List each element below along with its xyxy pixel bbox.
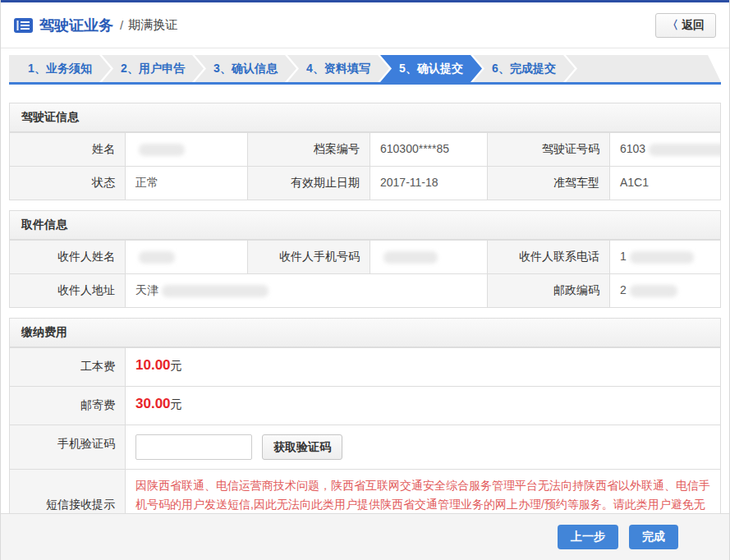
page-subtitle: 期满换证 [128,17,177,33]
label-name: 姓名 [10,133,125,166]
value-name [125,133,248,166]
value-recipient-phone: 1 [609,241,720,273]
step-tab-4[interactable]: 4、资料填写 [287,55,389,82]
table-row: 状态 正常 有效期止日期 2017-11-18 准驾车型 A1C1 [10,166,720,200]
value-license-number: 6103 [609,133,720,166]
value-status: 正常 [125,167,248,200]
redacted-value [162,285,269,297]
value-recipient-address: 天津 [125,274,488,307]
fee-unit: 元 [171,397,182,411]
table-row: 收件人地址 天津 邮政编码 2 [10,273,720,307]
get-code-button[interactable]: 获取验证码 [262,434,342,460]
back-button-label: 返回 [682,18,705,31]
section-title-fees: 缴纳费用 [10,319,720,347]
redacted-value [649,144,720,156]
step-tab-1[interactable]: 1、业务须知 [9,55,111,82]
redacted-value [630,251,694,264]
value-file-number: 610300****85 [370,133,488,166]
table-row: 手机验证码 获取验证码 [10,425,720,469]
table-row: 工本费 10.00元 [10,347,720,386]
finish-button[interactable]: 完成 [629,525,678,549]
label-license-number: 驾驶证号码 [488,133,609,166]
label-postage-fee: 邮寄费 [10,387,125,425]
section-fees: 缴纳费用 工本费 10.00元 邮寄费 30.00元 手机验证码 获取验证码 短… [9,318,721,540]
table-row: 姓名 档案编号 610300****85 驾驶证号码 6103 [10,132,720,166]
section-title-pickup: 取件信息 [10,211,720,240]
label-file-number: 档案编号 [248,133,370,166]
previous-step-button[interactable]: 上一步 [558,525,618,549]
back-chevron-icon: 〈 [667,18,678,31]
redacted-value [383,251,438,264]
value-production-fee: 10.00元 [125,348,720,386]
step-bar-filler [566,55,721,82]
section-title-license: 驾驶证信息 [10,103,720,132]
table-row: 邮寄费 30.00元 [10,386,720,425]
page-title: 驾驶证业务 [39,16,113,35]
redacted-value [630,285,677,297]
value-recipient-mobile [370,241,488,273]
label-postal-code: 邮政编码 [488,274,609,307]
step-tab-6[interactable]: 6、完成提交 [473,55,575,82]
fee-amount: 30.00 [135,396,171,411]
redacted-value [139,144,185,156]
back-button[interactable]: 〈返回 [655,13,716,38]
value-recipient-name [125,241,248,273]
step-progress-bar: 1、业务须知 2、用户申告 3、确认信息 4、资料填写 5、确认提交 6、完成提… [9,55,721,85]
step-tab-3[interactable]: 3、确认信息 [195,55,296,82]
fee-amount: 10.00 [135,357,171,373]
sms-code-input[interactable] [135,434,252,460]
page-header: 驾驶证业务 / 期满换证 〈返回 [1,2,729,48]
license-list-icon [14,18,33,33]
fee-unit: 元 [171,359,182,372]
label-sms-code: 手机验证码 [10,425,125,469]
value-expiry-date: 2017-11-18 [370,167,488,200]
label-recipient-address: 收件人地址 [10,274,125,307]
title-separator: / [120,18,123,32]
label-recipient-mobile: 收件人手机号码 [248,241,370,273]
value-vehicle-class: A1C1 [609,167,720,200]
step-tab-2[interactable]: 2、用户申告 [102,55,204,82]
step-tab-5-active[interactable]: 5、确认提交 [380,55,482,82]
label-vehicle-class: 准驾车型 [488,167,609,200]
sms-code-cell: 获取验证码 [125,425,720,469]
table-row: 收件人姓名 收件人手机号码 收件人联系电话 1 [10,240,720,273]
redacted-value [139,251,175,264]
label-expiry-date: 有效期止日期 [248,167,370,200]
section-pickup-info: 取件信息 收件人姓名 收件人手机号码 收件人联系电话 1 收件人地址 天津 邮政… [9,210,721,308]
label-production-fee: 工本费 [10,348,125,386]
value-postage-fee: 30.00元 [125,387,720,425]
footer-action-bar: 上一步 完成 [1,513,729,560]
label-recipient-phone: 收件人联系电话 [488,241,609,273]
value-postal-code: 2 [609,274,720,307]
label-status: 状态 [10,167,125,200]
section-license-info: 驾驶证信息 姓名 档案编号 610300****85 驾驶证号码 6103 状态… [9,103,721,200]
label-recipient-name: 收件人姓名 [10,241,125,273]
